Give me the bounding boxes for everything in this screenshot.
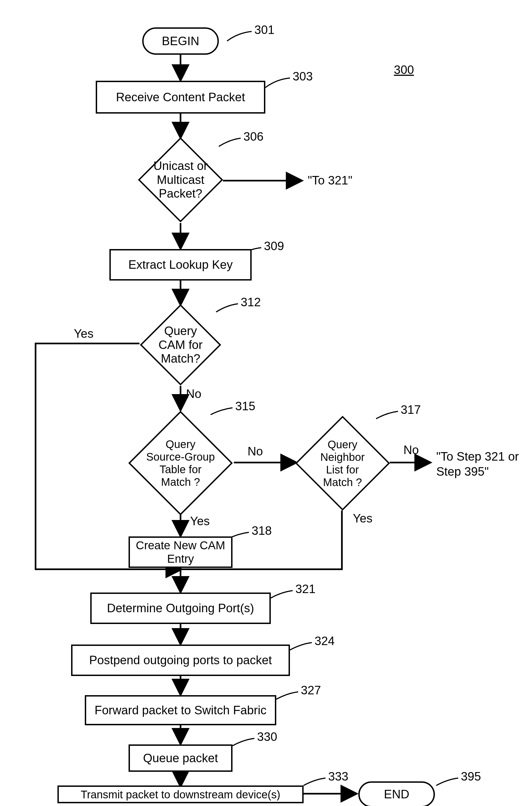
ref-330: 330	[257, 730, 277, 743]
process-318-label: Create New CAM Entry	[130, 539, 231, 565]
process-321-label: Determine Outgoing Port(s)	[107, 601, 254, 615]
branch-to-321-or-395: "To Step 321 or Step 395"	[436, 449, 524, 479]
ref-333: 333	[328, 770, 348, 783]
terminator-begin-label: BEGIN	[162, 34, 200, 48]
ref-309: 309	[264, 239, 284, 253]
ref-306: 306	[243, 130, 263, 143]
ref-321: 321	[296, 582, 316, 596]
process-303-label: Receive Content Packet	[116, 90, 245, 104]
edge-315-yes: Yes	[190, 514, 210, 528]
process-333-label: Transmit packet to downstream device(s)	[81, 788, 280, 801]
process-queue-packet: Queue packet	[129, 745, 232, 772]
ref-301: 301	[254, 23, 274, 36]
process-receive-content-packet: Receive Content Packet	[96, 81, 265, 114]
edge-312-no: No	[186, 387, 201, 400]
process-309-label: Extract Lookup Key	[128, 258, 233, 272]
ref-324: 324	[315, 635, 335, 647]
process-extract-lookup-key: Extract Lookup Key	[109, 249, 252, 280]
ref-317: 317	[401, 403, 421, 416]
process-330-label: Queue packet	[143, 751, 218, 765]
ref-312: 312	[241, 296, 261, 309]
terminator-end: END	[358, 781, 435, 806]
process-postpend-outgoing-ports: Postpend outgoing ports to packet	[71, 644, 290, 676]
branch-to-321: "To 321"	[308, 174, 352, 187]
process-324-label: Postpend outgoing ports to packet	[89, 653, 272, 667]
decision-306-label: Unicast or Multicast Packet?	[152, 159, 209, 201]
edge-312-yes: Yes	[74, 327, 94, 340]
edge-317-yes: Yes	[353, 512, 373, 525]
process-forward-to-switch-fabric: Forward packet to Switch Fabric	[85, 695, 276, 725]
edge-317-no: No	[403, 443, 419, 457]
ref-327: 327	[301, 684, 321, 697]
process-determine-outgoing-ports: Determine Outgoing Port(s)	[90, 592, 271, 624]
ref-315: 315	[235, 400, 255, 413]
ref-395: 395	[461, 770, 481, 783]
terminator-end-label: END	[384, 787, 410, 801]
ref-303: 303	[293, 70, 312, 83]
process-create-new-cam-entry: Create New CAM Entry	[129, 536, 232, 568]
decision-315-label: Query Source-Group Table for Match ?	[145, 438, 216, 488]
decision-312-label: Query CAM for Match?	[153, 324, 208, 366]
decision-317-label: Query Neighbor List for Match ?	[310, 438, 375, 489]
ref-318: 318	[252, 524, 272, 537]
edge-315-no: No	[248, 445, 263, 458]
process-327-label: Forward packet to Switch Fabric	[95, 703, 266, 717]
terminator-begin: BEGIN	[142, 28, 219, 55]
flowchart-canvas: 300 BEGIN 301 Receive Content Packet 303…	[0, 0, 532, 806]
process-transmit-downstream: Transmit packet to downstream device(s)	[57, 786, 304, 803]
figure-ref: 300	[394, 63, 414, 77]
